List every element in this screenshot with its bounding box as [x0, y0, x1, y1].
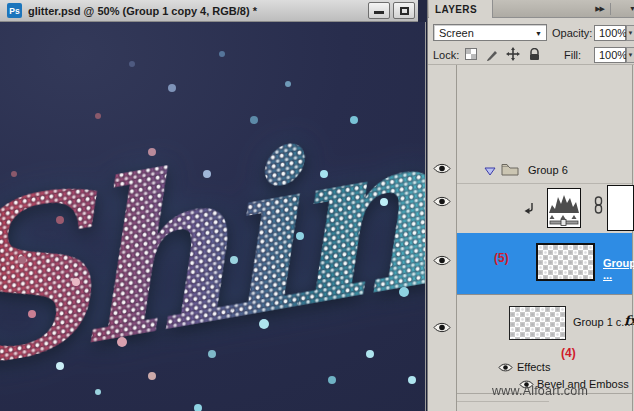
fill-spinner-icon[interactable]: ▼: [626, 47, 634, 63]
layer-row-selected[interactable]: (5) Group ...: [457, 233, 632, 295]
lock-paint-brush-icon[interactable]: [485, 47, 499, 61]
photoshop-screen: Ps glitter.psd @ 50% (Group 1 copy 4, RG…: [0, 0, 634, 411]
minimize-icon: [374, 11, 384, 14]
panel-menu-icon[interactable]: ▼: [629, 5, 634, 12]
lock-all-icon[interactable]: [527, 47, 541, 61]
thumbnail-glitter-preview: [510, 307, 565, 339]
photoshop-app-icon: Ps: [7, 3, 22, 18]
visibility-eye-icon[interactable]: [433, 162, 451, 175]
panel-right-edge: [632, 65, 633, 411]
layers-tab-label: LAYERS: [429, 4, 477, 15]
layer-thumbnail[interactable]: [509, 306, 566, 340]
group-folder-icon: [501, 163, 519, 178]
watermark-text: www.Alfoart.com: [492, 384, 588, 398]
collapse-panel-icon[interactable]: ▶▶: [595, 3, 611, 15]
layer-name[interactable]: Group 1 c...: [573, 316, 630, 328]
panel-tabstrip: LAYERS ▶▶ ▼: [428, 0, 634, 18]
layer-mask-thumbnail[interactable]: [607, 185, 634, 231]
layer-row-adjustment[interactable]: [457, 184, 632, 234]
blend-mode-value: Screen: [434, 27, 474, 39]
layer-effects-fx-icon[interactable]: fx: [624, 313, 634, 328]
expand-triangle-icon[interactable]: [484, 166, 496, 178]
effects-row[interactable]: Effects: [457, 359, 632, 376]
layer-name[interactable]: Group 6: [528, 164, 568, 176]
lock-transparency-icon[interactable]: [464, 47, 478, 61]
blend-mode-select[interactable]: Screen ▼: [433, 24, 547, 41]
opacity-input[interactable]: 100%: [594, 25, 626, 41]
layer-thumbnail[interactable]: [536, 243, 595, 281]
glitter-sparkles: [0, 22, 4, 26]
document-titlebar[interactable]: Ps glitter.psd @ 50% (Group 1 copy 4, RG…: [0, 0, 427, 22]
layer-row-group6[interactable]: Group 6: [457, 156, 632, 184]
visibility-eye-icon[interactable]: [498, 362, 513, 373]
thumbnail-glitter-preview: [538, 245, 593, 279]
layer-name[interactable]: Group ...: [603, 257, 634, 281]
divider: [457, 401, 549, 402]
layers-panel: LAYERS ▶▶ ▼ Screen ▼ Opacity: 100% ▼ Loc…: [427, 0, 634, 411]
opacity-spinner-icon[interactable]: ▼: [626, 25, 634, 41]
visibility-eye-icon[interactable]: [433, 195, 451, 208]
tutorial-annotation-4: (4): [561, 346, 576, 360]
tutorial-annotation-5: (5): [494, 251, 509, 265]
levels-adjustment-thumbnail[interactable]: [547, 188, 581, 228]
visibility-eye-icon[interactable]: [433, 254, 451, 267]
chevron-down-icon: ▼: [535, 30, 542, 37]
fill-label: Fill:: [564, 49, 581, 61]
lock-move-icon[interactable]: [506, 47, 520, 61]
visibility-eye-icon[interactable]: [433, 321, 451, 334]
fill-input[interactable]: 100%: [594, 47, 626, 63]
maximize-button[interactable]: [393, 2, 415, 19]
document-title: glitter.psd @ 50% (Group 1 copy 4, RGB/8…: [28, 5, 257, 17]
document-canvas[interactable]: Shin: [0, 22, 426, 411]
lock-label: Lock:: [433, 49, 459, 61]
opacity-label: Opacity:: [552, 27, 592, 39]
layers-panel-controls: Screen ▼ Opacity: 100% ▼ Lock:: [428, 18, 634, 65]
layer-row-group1-copy[interactable]: Group 1 c... fx ▲: [457, 298, 632, 351]
mask-link-icon[interactable]: [594, 196, 603, 216]
maximize-icon: [400, 7, 409, 15]
minimize-button[interactable]: [368, 2, 390, 19]
layers-list: Group 6: [428, 65, 634, 411]
clipping-mask-arrow-icon: [523, 202, 536, 217]
titlebar-gap: [418, 0, 427, 22]
effects-label: Effects: [517, 361, 550, 373]
tab-layers[interactable]: LAYERS: [429, 0, 493, 18]
glitter-artwork-text: Shin: [0, 22, 426, 411]
